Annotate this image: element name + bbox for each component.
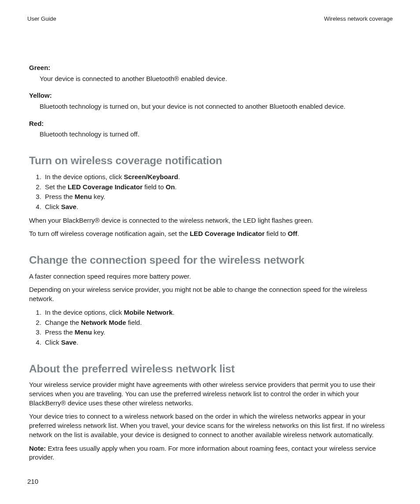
- step-bold: Menu: [75, 193, 92, 200]
- body-bold: LED Coverage Indicator: [190, 230, 265, 237]
- step-text: field to: [143, 183, 166, 191]
- page-content: Green: Your device is connected to anoth…: [27, 63, 393, 462]
- step-item: Set the LED Coverage Indicator field to …: [43, 183, 391, 192]
- body-paragraph: Your wireless service provider might hav…: [29, 380, 391, 408]
- page-number: 210: [27, 477, 38, 486]
- body-text: field to: [265, 230, 288, 237]
- definition-desc: Your device is connected to another Blue…: [40, 74, 391, 84]
- note-label: Note:: [29, 445, 46, 452]
- body-paragraph: Your device tries to connect to a wirele…: [29, 412, 391, 439]
- step-text: .: [77, 203, 78, 210]
- step-bold: Menu: [75, 328, 92, 336]
- section-heading-turn-on-notification: Turn on wireless coverage notification: [29, 153, 391, 168]
- definition-desc: Bluetooth technology is turned off.: [40, 130, 391, 139]
- step-item: Click Save.: [43, 202, 391, 212]
- steps-list-2: In the device options, click Mobile Netw…: [29, 308, 391, 347]
- header-right: Wireless network coverage: [324, 15, 393, 23]
- document-page: User Guide Wireless network coverage Gre…: [0, 0, 420, 504]
- steps-list-1: In the device options, click Screen/Keyb…: [29, 173, 391, 212]
- step-text: field.: [126, 319, 142, 326]
- body-text: .: [297, 230, 299, 237]
- body-paragraph: A faster connection speed requires more …: [29, 272, 391, 281]
- step-text: Set the: [45, 183, 68, 191]
- header-left: User Guide: [27, 15, 56, 23]
- step-item: Press the Menu key.: [43, 192, 391, 202]
- definition-list: Green: Your device is connected to anoth…: [29, 63, 391, 139]
- definition-term: Green:: [29, 63, 391, 73]
- step-bold: Save: [61, 338, 77, 346]
- step-bold: Screen/Keyboard: [124, 173, 178, 180]
- definition-term: Yellow:: [29, 91, 391, 100]
- step-bold: Network Mode: [81, 319, 126, 326]
- step-text: Click: [45, 203, 61, 210]
- body-paragraph: Depending on your wireless service provi…: [29, 285, 391, 303]
- body-bold: Off: [288, 230, 298, 237]
- body-paragraph: When your BlackBerry® device is connecte…: [29, 216, 391, 225]
- step-item: In the device options, click Screen/Keyb…: [43, 173, 391, 182]
- step-text: key.: [92, 193, 106, 200]
- step-bold: LED Coverage Indicator: [68, 183, 143, 191]
- step-text: Change the: [45, 319, 81, 326]
- section-heading-change-speed: Change the connection speed for the wire…: [29, 253, 391, 268]
- step-item: Change the Network Mode field.: [43, 318, 391, 327]
- step-text: Press the: [45, 193, 75, 200]
- definition-desc: Bluetooth technology is turned on, but y…: [40, 102, 391, 111]
- step-item: Press the Menu key.: [43, 328, 391, 337]
- step-text: In the device options, click: [45, 309, 124, 316]
- body-text: To turn off wireless coverage notificati…: [29, 230, 190, 237]
- page-header: User Guide Wireless network coverage: [27, 15, 393, 23]
- step-text: .: [77, 338, 78, 346]
- note-paragraph: Note: Extra fees usually apply when you …: [29, 444, 391, 462]
- step-text: .: [175, 183, 177, 191]
- step-text: key.: [92, 328, 106, 336]
- step-item: Click Save.: [43, 338, 391, 347]
- step-bold: On: [166, 183, 175, 191]
- step-text: In the device options, click: [45, 173, 124, 180]
- step-bold: Save: [61, 203, 77, 210]
- definition-term: Red:: [29, 119, 391, 129]
- step-bold: Mobile Network: [124, 309, 173, 316]
- step-text: Press the: [45, 328, 75, 336]
- step-item: In the device options, click Mobile Netw…: [43, 308, 391, 317]
- body-paragraph: To turn off wireless coverage notificati…: [29, 229, 391, 239]
- section-heading-preferred-list: About the preferred wireless network lis…: [29, 361, 391, 376]
- step-text: Click: [45, 338, 61, 346]
- note-text: Extra fees usually apply when you roam. …: [29, 445, 376, 461]
- step-text: .: [173, 309, 174, 316]
- step-text: .: [178, 173, 180, 180]
